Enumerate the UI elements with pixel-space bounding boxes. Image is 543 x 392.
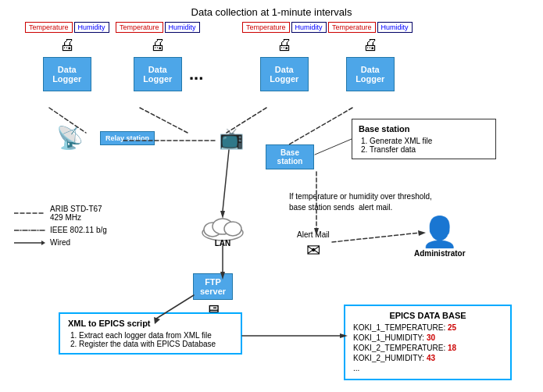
sensor-group-2: Temperature Humidity 🖨 DataLogger [116, 22, 200, 91]
sensor-icon-2: 🖨 [150, 36, 166, 54]
xml-script-item-1: Extract each logger data from XML file [79, 331, 233, 340]
lan-container: LAN [200, 211, 245, 248]
temp-badge-2: Temperature [116, 22, 163, 33]
epics-key-3: KOKI_2_TEMPERATURE: [353, 344, 445, 352]
svg-line-25 [315, 139, 352, 155]
data-logger-2: DataLogger [134, 57, 182, 91]
epics-row-5: ... [353, 364, 502, 372]
xml-script-box: XML to EPICS script Extract each logger … [59, 312, 242, 355]
legend-label-2: IEEE 802.11 b/g [50, 226, 107, 234]
sensor-badges-4: Temperature Humidity [328, 22, 413, 33]
hum-badge-2: Humidity [165, 22, 200, 33]
base-station-info-item-2: Transfer data [370, 145, 489, 154]
solid-line-icon [14, 239, 45, 247]
dash-dot-line-icon [14, 226, 45, 234]
data-logger-4: DataLogger [346, 57, 395, 91]
xml-script-title: XML to EPICS script [68, 319, 233, 328]
legend-label-3: Wired [50, 238, 70, 247]
svg-line-12 [289, 108, 352, 144]
ftp-box: FTPserver [193, 273, 233, 300]
svg-marker-7 [41, 241, 45, 245]
sensor-badges-3: Temperature Humidity [242, 22, 327, 33]
data-logger-1: DataLogger [43, 57, 91, 91]
hum-badge-4: Humidity [377, 22, 413, 33]
base-station-info-box: Base station Generate XML file Transfer … [352, 119, 496, 159]
base-station-small-box: Basestation [266, 144, 314, 169]
epics-row-1: KOKI_1_TEMPERATURE: 25 [353, 323, 502, 332]
sensor-icon-3: 🖨 [277, 36, 292, 54]
base-station-info-title: Base station [359, 124, 489, 134]
epics-row-2: KOKI_1_HUMIDITY: 30 [353, 333, 502, 342]
administrator-container: 👤 Administrator [414, 215, 466, 258]
diagram: Data collection at 1-minute intervals Te… [0, 0, 543, 392]
epics-database-box: EPICS DATA BASE KOKI_1_TEMPERATURE: 25 K… [344, 305, 512, 380]
relay-station-container: Relay station [100, 131, 155, 145]
base-station-label: Basestation [266, 144, 314, 169]
epics-title: EPICS DATA BASE [353, 311, 502, 320]
epics-row-4: KOKI_2_HUMIDITY: 43 [353, 354, 502, 362]
legend-item-1: ARIB STD-T67429 MHz [14, 205, 107, 222]
data-logger-3: DataLogger [260, 57, 309, 91]
epics-val-1: 25 [448, 323, 456, 332]
relay-station-box: Relay station [100, 131, 155, 145]
central-device: 📺 [219, 127, 244, 151]
svg-line-13 [223, 150, 229, 211]
epics-row-3: KOKI_2_TEMPERATURE: 18 [353, 344, 502, 352]
epics-key-5: ... [353, 364, 359, 372]
epics-val-3: 18 [448, 344, 456, 352]
page-title: Data collection at 1-minute intervals [191, 6, 352, 18]
sensor-icon-4: 🖨 [363, 36, 378, 54]
svg-line-9 [140, 108, 188, 133]
legend-label-1: ARIB STD-T67429 MHz [50, 205, 102, 222]
svg-line-23 [332, 233, 420, 242]
person-icon: 👤 [414, 215, 466, 249]
alert-text: If temperature or humidity over threshol… [289, 191, 445, 213]
temp-badge-1: Temperature [25, 22, 73, 33]
base-station-info-item-1: Generate XML file [370, 137, 489, 145]
sensor-badges-1: Temperature Humidity [25, 22, 109, 33]
svg-point-3 [224, 222, 241, 236]
sensor-group-3: Temperature Humidity 🖨 DataLogger [242, 22, 327, 91]
legend: ARIB STD-T67429 MHz IEEE 802.11 b/g Wire… [14, 205, 107, 251]
hum-badge-3: Humidity [291, 22, 327, 33]
sensor-icon-1: 🖨 [59, 36, 75, 54]
temp-badge-3: Temperature [242, 22, 290, 33]
temp-badge-4: Temperature [328, 22, 376, 33]
hum-badge-1: Humidity [74, 22, 109, 33]
legend-item-2: IEEE 802.11 b/g [14, 226, 107, 234]
base-station-info-list: Generate XML file Transfer data [370, 137, 489, 154]
epics-val-4: 43 [427, 354, 435, 362]
xml-script-list: Extract each logger data from XML file R… [79, 331, 233, 348]
sensor-badges-2: Temperature Humidity [116, 22, 200, 33]
cloud-icon [200, 211, 245, 242]
epics-val-2: 30 [427, 333, 435, 342]
administrator-label: Administrator [414, 249, 466, 258]
xml-script-item-2: Register the data with EPICS Database [79, 340, 233, 348]
ellipsis: ... [189, 64, 203, 84]
envelope-icon: ✉ [297, 241, 330, 261]
sensor-group-1: Temperature Humidity 🖨 DataLogger [25, 22, 109, 91]
epics-key-4: KOKI_2_HUMIDITY: [353, 354, 424, 362]
epics-key-2: KOKI_1_HUMIDITY: [353, 333, 424, 342]
legend-item-3: Wired [14, 238, 107, 247]
antenna-icon: 📡 [56, 125, 84, 151]
sensor-group-4: Temperature Humidity 🖨 DataLogger [328, 22, 413, 91]
dashed-line-icon [14, 209, 45, 217]
epics-key-1: KOKI_1_TEMPERATURE: [353, 323, 445, 332]
alert-mail-container: Alert Mail ✉ [297, 230, 330, 261]
alert-mail-label: Alert Mail [297, 230, 330, 239]
